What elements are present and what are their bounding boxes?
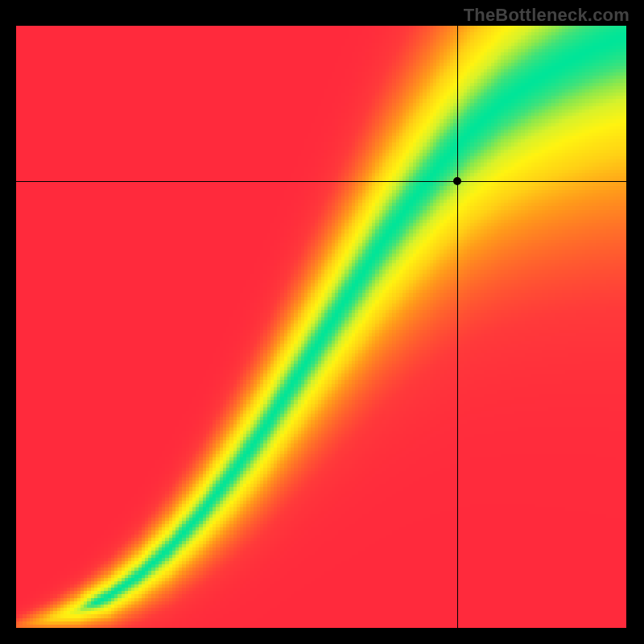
crosshair-point (453, 177, 461, 185)
heatmap-plot (16, 26, 626, 628)
heatmap-canvas (16, 26, 626, 628)
crosshair-vertical (457, 26, 458, 628)
watermark-text: TheBottleneck.com (464, 5, 630, 26)
chart-frame: TheBottleneck.com (0, 0, 644, 644)
crosshair-horizontal (16, 181, 626, 182)
